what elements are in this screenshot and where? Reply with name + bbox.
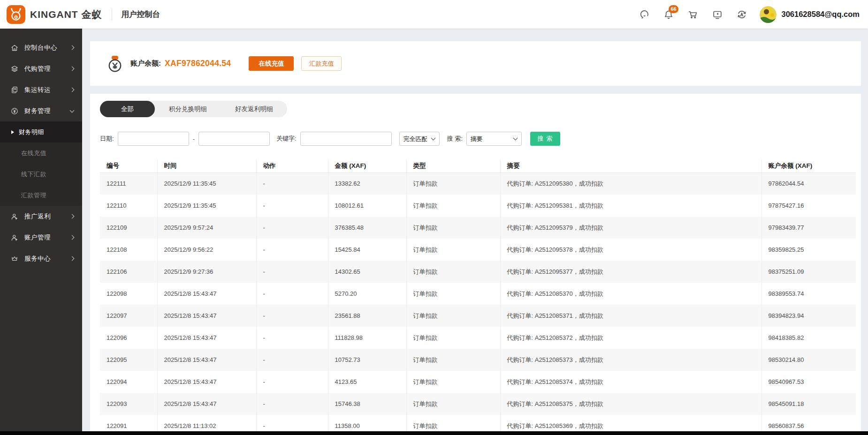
match-mode-select[interactable]: 完全匹配 xyxy=(399,132,440,146)
yen-circle-icon xyxy=(10,107,19,115)
crown-icon xyxy=(10,255,19,263)
language-icon[interactable] xyxy=(736,9,747,20)
cell-time: 2025/12/9 11:35:45 xyxy=(157,172,256,195)
user-email[interactable]: 3061628584@qq.com xyxy=(781,10,860,19)
sidebar-subitem-finance-detail[interactable]: 财务明细 xyxy=(0,121,82,142)
home-icon xyxy=(10,44,19,52)
tab-points-exchange-detail[interactable]: 积分兑换明细 xyxy=(155,101,221,117)
remit-recharge-button[interactable]: 汇款充值 xyxy=(301,56,342,71)
cell-type: 订单扣款 xyxy=(406,195,500,217)
brand-logo-ant-icon[interactable] xyxy=(7,5,25,24)
document-icon xyxy=(10,86,19,94)
cell-amount: 111828.98 xyxy=(328,327,406,349)
cell-time: 2025/12/9 9:57:24 xyxy=(157,217,256,239)
topbar-actions: 66 xyxy=(625,6,868,23)
topbar: KINGANT 金蚁 用户控制台 66 xyxy=(0,0,868,29)
cell-summary: 代购订单: A2512095378，成功扣款 xyxy=(500,239,761,261)
cell-time: 2025/12/9 11:35:45 xyxy=(157,195,256,217)
online-recharge-button[interactable]: 在线充值 xyxy=(249,56,294,71)
cell-summary: 代购订单: A2512085372，成功扣款 xyxy=(500,327,761,349)
sidebar-item-consolidation-transfer[interactable]: 集运转运 xyxy=(0,79,82,100)
cell-balance: 97875427.16 xyxy=(761,195,856,217)
sidebar-item-finance-management[interactable]: 财务管理 xyxy=(0,100,82,121)
table-row: 1221062025/12/9 9:27:36-14302.65订单扣款代购订单… xyxy=(100,261,856,283)
cell-amount: 108012.61 xyxy=(328,195,406,217)
finance-table: 编号 时间 动作 金额 (XAF) 类型 摘要 账户余额 (XAF) 12211… xyxy=(100,160,856,431)
tab-friend-rebate-detail[interactable]: 好友返利明细 xyxy=(221,101,287,117)
service-headset-icon[interactable] xyxy=(639,9,650,20)
cell-id: 122096 xyxy=(100,327,157,349)
cell-type: 订单扣款 xyxy=(406,305,500,327)
sidebar-item-service-center[interactable]: 服务中心 xyxy=(0,248,82,269)
chevron-right-icon xyxy=(70,214,75,219)
cell-id: 122110 xyxy=(100,195,157,217)
search-field-select[interactable]: 摘要 xyxy=(466,132,522,146)
cell-time: 2025/12/8 15:43:47 xyxy=(157,283,256,305)
cell-id: 122109 xyxy=(100,217,157,239)
sidebar-item-console-center[interactable]: 控制台中心 xyxy=(0,37,82,58)
cell-time: 2025/12/8 15:43:47 xyxy=(157,393,256,415)
keyword-input[interactable] xyxy=(300,132,392,146)
cell-amount: 10752.73 xyxy=(328,349,406,371)
sidebar-item-promotion-rebate[interactable]: 推广返利 xyxy=(0,206,82,227)
col-header-balance: 账户余额 (XAF) xyxy=(761,160,856,172)
cart-icon[interactable] xyxy=(687,9,699,20)
cell-summary: 代购订单: A2512085375，成功扣款 xyxy=(500,393,761,415)
layers-icon xyxy=(10,65,19,73)
cell-summary: 代购订单: A2512095380，成功扣款 xyxy=(500,172,761,195)
notifications-bell-icon[interactable]: 66 xyxy=(663,9,674,20)
table-row: 1221092025/12/9 9:57:24-376385.48订单扣款代购订… xyxy=(100,217,856,239)
date-to-input[interactable] xyxy=(198,132,270,146)
user-avatar[interactable] xyxy=(760,6,777,23)
balance-card: 账户余额: XAF97862044.54 在线充值 汇款充值 xyxy=(90,41,861,86)
table-row: 1220932025/12/8 15:43:47-15746.38订单扣款代购订… xyxy=(100,393,856,415)
search-button[interactable]: 搜 索 xyxy=(530,132,560,146)
cell-amount: 14302.65 xyxy=(328,261,406,283)
page-title: 用户控制台 xyxy=(122,9,160,20)
monitor-icon[interactable] xyxy=(712,9,723,20)
cell-balance: 98394823.94 xyxy=(761,305,856,327)
chevron-right-icon xyxy=(70,67,75,71)
sidebar-item-purchase-management[interactable]: 代购管理 xyxy=(0,58,82,79)
chevron-down-icon xyxy=(70,108,75,112)
cell-type: 订单扣款 xyxy=(406,415,500,431)
chevron-right-icon xyxy=(70,256,75,261)
cell-type: 订单扣款 xyxy=(406,349,500,371)
brand-name: KINGANT 金蚁 xyxy=(30,8,102,21)
sidebar-subitem-remittance-management[interactable]: 汇款管理 xyxy=(0,185,82,206)
topbar-divider xyxy=(112,8,112,21)
col-header-type: 类型 xyxy=(406,160,500,172)
col-header-action: 动作 xyxy=(256,160,328,172)
sidebar-subitem-offline-remittance[interactable]: 线下汇款 xyxy=(0,164,82,185)
records-card: 全部 积分兑换明细 好友返利明细 日期: - 关键字: 完全匹配 搜 索: xyxy=(90,94,861,431)
cell-action: - xyxy=(256,217,328,239)
bottom-strip xyxy=(0,431,868,435)
table-row: 1220972025/12/8 15:43:47-23561.88订单扣款代购订… xyxy=(100,305,856,327)
cell-id: 122094 xyxy=(100,371,157,393)
cell-time: 2025/12/8 15:43:47 xyxy=(157,305,256,327)
cell-type: 订单扣款 xyxy=(406,217,500,239)
sidebar-subitem-online-recharge[interactable]: 在线充值 xyxy=(0,142,82,164)
match-select-wrap: 完全匹配 xyxy=(399,132,440,146)
cell-amount: 4123.65 xyxy=(328,371,406,393)
cell-balance: 98545091.18 xyxy=(761,393,856,415)
money-bag-icon xyxy=(106,54,124,73)
cell-id: 122111 xyxy=(100,172,157,195)
date-from-input[interactable] xyxy=(118,132,189,146)
table-row: 1220982025/12/8 15:43:47-5270.20订单扣款代购订单… xyxy=(100,283,856,305)
tab-all[interactable]: 全部 xyxy=(100,101,155,117)
table-row: 1221082025/12/9 9:56:22-15425.84订单扣款代购订单… xyxy=(100,239,856,261)
table-row: 1220942025/12/8 15:43:47-4123.65订单扣款代购订单… xyxy=(100,371,856,393)
col-header-id: 编号 xyxy=(100,160,157,172)
cell-balance: 98560837.56 xyxy=(761,415,856,431)
cell-balance: 98389553.74 xyxy=(761,283,856,305)
chevron-right-icon xyxy=(70,88,75,92)
cell-action: - xyxy=(256,393,328,415)
table-row: 1220962025/12/8 15:43:47-111828.98订单扣款代购… xyxy=(100,327,856,349)
cell-action: - xyxy=(256,305,328,327)
balance-label: 账户余额: xyxy=(130,59,161,68)
cell-balance: 98375251.09 xyxy=(761,261,856,283)
cell-balance: 98359825.25 xyxy=(761,239,856,261)
sidebar-item-account-management[interactable]: 账户管理 xyxy=(0,227,82,248)
notification-badge: 66 xyxy=(669,5,678,13)
